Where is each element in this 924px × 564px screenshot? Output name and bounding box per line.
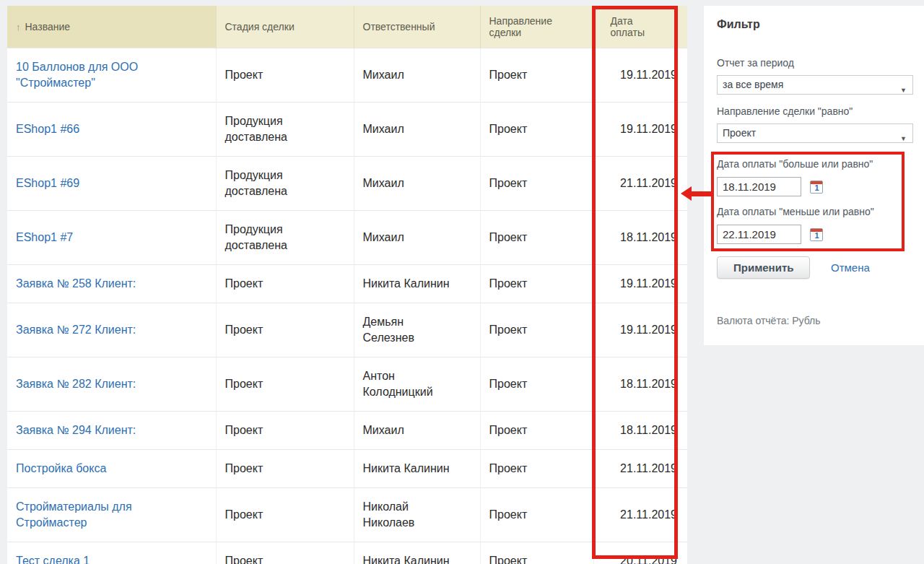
deal-direction-cell: Проект bbox=[480, 487, 593, 542]
deal-stage-cell: Проект bbox=[216, 48, 354, 102]
deal-stage-cell: Проект bbox=[216, 449, 354, 487]
table-row: Стройматериалы для СтроймастерПроектНико… bbox=[7, 487, 687, 542]
column-header-responsible[interactable]: Ответственный bbox=[354, 6, 480, 48]
deal-payment-date-cell: 19.11.2019 bbox=[593, 102, 687, 156]
date-to-row: 1 bbox=[717, 225, 823, 244]
deal-stage-cell: Проект bbox=[216, 411, 354, 449]
date-to-label: Дата оплаты "меньше или равно" bbox=[717, 206, 874, 217]
column-header-stage[interactable]: Стадия сделки bbox=[216, 6, 354, 48]
deal-responsible-cell: Михаил bbox=[354, 411, 480, 449]
deal-stage-cell: Проект bbox=[216, 487, 354, 542]
deal-direction-cell: Проект bbox=[480, 411, 593, 449]
deal-responsible-cell: Никита Калинин bbox=[354, 449, 480, 487]
deal-responsible-cell: Николай Николаев bbox=[354, 487, 480, 542]
currency-note: Валюта отчёта: Рубль bbox=[717, 315, 821, 326]
deal-payment-date-cell: 19.11.2019 bbox=[593, 48, 687, 102]
deal-direction-cell: Проект bbox=[480, 102, 593, 156]
deal-payment-date-cell: 19.11.2019 bbox=[593, 303, 687, 357]
filter-title: Фильтр bbox=[717, 18, 760, 31]
sort-asc-icon: ↑ bbox=[16, 22, 21, 32]
deal-stage-cell: Продукция доставлена bbox=[216, 210, 354, 264]
deal-name-link[interactable]: EShop1 #66 bbox=[7, 102, 216, 156]
table-row: Постройка боксаПроектНикита КалининПроек… bbox=[7, 449, 687, 487]
deal-responsible-cell: Никита Калинин bbox=[354, 264, 480, 303]
deal-responsible-cell: Никита Калинин bbox=[354, 542, 480, 564]
deal-direction-cell: Проект bbox=[480, 48, 593, 102]
period-label: Отчет за период bbox=[717, 57, 794, 69]
deal-name-link[interactable]: Заявка № 258 Клиент: bbox=[7, 264, 216, 303]
deal-name-link[interactable]: Тест сделка 1 bbox=[7, 542, 216, 564]
table-header-row: ↑Название Стадия сделки Ответственный На… bbox=[7, 6, 687, 48]
deal-responsible-cell: Михаил bbox=[354, 210, 480, 264]
date-from-label: Дата оплаты "больше или равно" bbox=[717, 158, 873, 170]
deal-payment-date-cell: 18.11.2019 bbox=[593, 210, 687, 264]
deal-payment-date-cell: 18.11.2019 bbox=[593, 357, 687, 411]
chevron-down-icon: ▼ bbox=[900, 82, 907, 100]
deal-payment-date-cell: 19.11.2019 bbox=[593, 264, 687, 303]
deal-payment-date-cell: 21.11.2019 bbox=[593, 449, 687, 487]
deals-table-body: 10 Баллонов для ООО "Строймастер"ПроектМ… bbox=[7, 48, 687, 564]
date-from-row: 1 bbox=[717, 177, 823, 196]
deal-payment-date-cell: 20.11.2019 bbox=[593, 542, 687, 564]
deal-name-link[interactable]: Заявка № 282 Клиент: bbox=[7, 357, 216, 411]
direction-select-value: Проект bbox=[723, 127, 756, 139]
deal-name-link[interactable]: Постройка бокса bbox=[7, 449, 216, 487]
table-row: Тест сделка 1ПроектНикита КалининПроект2… bbox=[7, 542, 687, 564]
deal-name-link[interactable]: 10 Баллонов для ООО "Строймастер" bbox=[7, 48, 216, 102]
deal-stage-cell: Проект bbox=[216, 542, 354, 564]
deal-stage-cell: Проект bbox=[216, 357, 354, 411]
deal-name-link[interactable]: Заявка № 272 Клиент: bbox=[7, 303, 216, 357]
period-select[interactable]: за все время ▼ bbox=[717, 75, 913, 95]
deal-direction-cell: Проект bbox=[480, 449, 593, 487]
deal-direction-cell: Проект bbox=[480, 156, 593, 210]
table-row: Заявка № 272 Клиент:ПроектДемьян Селезне… bbox=[7, 303, 687, 357]
column-header-payment-date[interactable]: Дата оплаты bbox=[593, 6, 687, 48]
deal-stage-cell: Проект bbox=[216, 264, 354, 303]
table-row: EShop1 #66Продукция доставленаМихаилПрое… bbox=[7, 102, 687, 156]
table-row: 10 Баллонов для ООО "Строймастер"ПроектМ… bbox=[7, 48, 687, 102]
apply-button[interactable]: Применить bbox=[717, 256, 810, 279]
period-select-value: за все время bbox=[723, 79, 783, 90]
filter-panel: Фильтр Отчет за период за все время ▼ На… bbox=[704, 6, 924, 345]
table-row: Заявка № 282 Клиент:ПроектАнтон Колодниц… bbox=[7, 357, 687, 411]
column-header-direction[interactable]: Направление сделки bbox=[480, 6, 593, 48]
direction-select[interactable]: Проект ▼ bbox=[717, 123, 913, 143]
deal-stage-cell: Продукция доставлена bbox=[216, 102, 354, 156]
deal-name-link[interactable]: EShop1 #7 bbox=[7, 210, 216, 264]
deal-name-link[interactable]: Стройматериалы для Строймастер bbox=[7, 487, 216, 542]
report-page: ↑Название Стадия сделки Ответственный На… bbox=[0, 0, 924, 564]
deal-name-link[interactable]: Заявка № 294 Клиент: bbox=[7, 411, 216, 449]
deal-responsible-cell: Михаил bbox=[354, 102, 480, 156]
calendar-icon[interactable]: 1 bbox=[810, 228, 823, 241]
deal-payment-date-cell: 18.11.2019 bbox=[593, 411, 687, 449]
deal-responsible-cell: Михаил bbox=[354, 48, 480, 102]
deal-responsible-cell: Антон Колодницкий bbox=[354, 357, 480, 411]
deal-direction-cell: Проект bbox=[480, 210, 593, 264]
calendar-icon[interactable]: 1 bbox=[810, 181, 823, 194]
direction-filter-label: Направление сделки "равно" bbox=[717, 105, 853, 117]
deal-direction-cell: Проект bbox=[480, 264, 593, 303]
column-header-name-label: Название bbox=[25, 21, 71, 32]
deals-report-table-wrap: ↑Название Стадия сделки Ответственный На… bbox=[7, 6, 687, 564]
table-row: EShop1 #7Продукция доставленаМихаилПроек… bbox=[7, 210, 687, 264]
date-from-input[interactable] bbox=[717, 177, 801, 196]
deal-payment-date-cell: 21.11.2019 bbox=[593, 156, 687, 210]
deal-stage-cell: Продукция доставлена bbox=[216, 156, 354, 210]
deal-responsible-cell: Демьян Селезнев bbox=[354, 303, 480, 357]
deal-name-link[interactable]: EShop1 #69 bbox=[7, 156, 216, 210]
deal-payment-date-cell: 21.11.2019 bbox=[593, 487, 687, 542]
deal-responsible-cell: Михаил bbox=[354, 156, 480, 210]
deal-stage-cell: Проект bbox=[216, 303, 354, 357]
table-row: EShop1 #69Продукция доставленаМихаилПрое… bbox=[7, 156, 687, 210]
chevron-down-icon: ▼ bbox=[900, 130, 907, 148]
deals-report-table: ↑Название Стадия сделки Ответственный На… bbox=[7, 6, 687, 564]
column-header-name[interactable]: ↑Название bbox=[7, 6, 216, 48]
deal-direction-cell: Проект bbox=[480, 357, 593, 411]
table-row: Заявка № 258 Клиент:ПроектНикита Калинин… bbox=[7, 264, 687, 303]
cancel-link[interactable]: Отмена bbox=[831, 261, 870, 274]
deal-direction-cell: Проект bbox=[480, 303, 593, 357]
date-to-input[interactable] bbox=[717, 225, 801, 244]
table-row: Заявка № 294 Клиент:ПроектМихаилПроект18… bbox=[7, 411, 687, 449]
deal-direction-cell: Проект bbox=[480, 542, 593, 564]
